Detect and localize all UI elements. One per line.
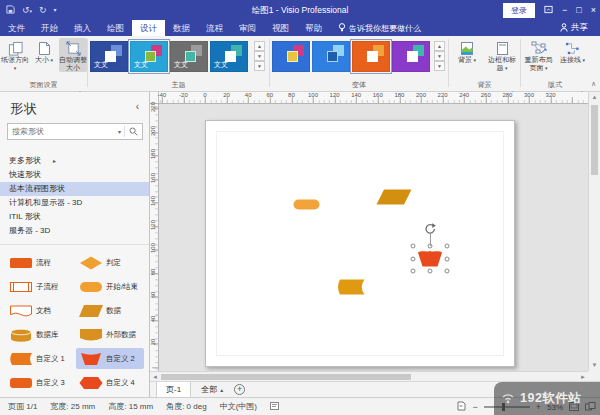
variant-thumbnail-4[interactable]	[392, 41, 430, 72]
stencil-tab-1[interactable]: 更多形状▸	[0, 154, 150, 168]
gallery-up-icon[interactable]: ▲	[254, 41, 265, 51]
shape-item-custom3[interactable]: 自定义 3	[6, 372, 74, 393]
theme-thumbnail-1[interactable]: 文文	[90, 41, 128, 72]
variant-thumbnail-3[interactable]	[352, 41, 390, 72]
gallery-up-icon[interactable]: ▲	[434, 41, 445, 51]
canvas-shape-parallelogram[interactable]	[376, 189, 412, 205]
shape-item-data[interactable]: 数据	[76, 300, 144, 321]
add-page-button[interactable]: +	[234, 384, 245, 395]
status-page[interactable]: 页面 1/1	[8, 401, 37, 412]
drawing-surface[interactable]	[159, 104, 588, 371]
vertical-scrollbar[interactable]: ▲ ▼	[588, 92, 600, 371]
shape-item-start-end[interactable]: 开始/结束	[76, 276, 144, 297]
chevron-down-icon[interactable]: ▾	[115, 128, 124, 135]
save-icon[interactable]	[6, 5, 15, 16]
drawing-page[interactable]	[205, 120, 515, 367]
search-icon[interactable]	[125, 127, 142, 136]
selection-handle[interactable]	[445, 244, 450, 249]
paper-orientation-button[interactable]: 纸张方向 ▾	[1, 38, 29, 72]
selection-handle[interactable]	[411, 244, 416, 249]
selection-handle[interactable]	[428, 269, 433, 274]
theme-thumbnail-4[interactable]: 文文	[210, 41, 248, 72]
signin-button[interactable]: 登录	[503, 3, 535, 18]
ribbon-tab-7[interactable]: 流程	[198, 20, 231, 36]
rotation-handle-icon[interactable]	[424, 221, 436, 239]
shape-item-custom4[interactable]: 自定义 4	[76, 372, 144, 393]
ribbon-tab-4[interactable]: 绘图	[99, 20, 132, 36]
stencil-tab-3[interactable]: 基本流程图形状	[0, 182, 150, 196]
ribbon-tab-3[interactable]: 插入	[66, 20, 99, 36]
shape-item-custom2[interactable]: 自定义 2	[76, 348, 144, 369]
stencil-tab-6[interactable]: 服务器 - 3D	[0, 224, 150, 238]
page-tab[interactable]: 页-1	[156, 382, 191, 397]
canvas-shape-stadium[interactable]	[293, 196, 320, 207]
relayout-button[interactable]: 重新布局页面 ▾	[522, 38, 555, 72]
collapse-ribbon-icon[interactable]: ∧	[591, 80, 596, 88]
page-size-button[interactable]: 大小 ▾	[30, 38, 58, 72]
close-icon[interactable]: ×	[591, 6, 596, 15]
dialog-launcher-icon[interactable]	[512, 83, 519, 90]
ribbon-tab-10[interactable]: 帮助	[297, 20, 330, 36]
stencil-tab-2[interactable]: 快速形状	[0, 168, 150, 182]
scroll-left-icon[interactable]: ◄	[150, 374, 160, 380]
scroll-down-icon[interactable]: ▼	[589, 360, 600, 371]
ribbon-tab-2[interactable]: 开始	[33, 20, 66, 36]
autosize-button[interactable]: 自动调整大小	[59, 38, 87, 72]
gallery-down-icon[interactable]: ▼	[434, 51, 445, 61]
scroll-right-icon[interactable]: ►	[578, 374, 588, 380]
ribbon-tab-6[interactable]: 数据	[165, 20, 198, 36]
scroll-up-icon[interactable]: ▲	[589, 92, 600, 103]
gallery-down-icon[interactable]: ▼	[254, 51, 265, 61]
maximize-icon[interactable]: □	[576, 6, 581, 15]
status-language[interactable]: 中文(中国)	[220, 401, 257, 412]
ribbon-display-options-icon[interactable]	[544, 5, 553, 16]
ribbon-tab-1[interactable]: 文件	[0, 20, 33, 36]
dialog-launcher-icon[interactable]	[79, 83, 86, 90]
shape-item-process[interactable]: 流程	[6, 252, 74, 273]
shapes-panel: 形状 ‹ ▾ 更多形状▸快速形状基本流程图形状计算机和显示器 - 3DITIL …	[0, 92, 150, 397]
gallery-more-icon[interactable]: ▼	[254, 61, 265, 71]
stencil-tab-4[interactable]: 计算机和显示器 - 3D	[0, 196, 150, 210]
canvas-shape-wave-rect[interactable]	[337, 279, 365, 295]
zoom-out-icon[interactable]: −	[472, 403, 477, 412]
theme-thumbnail-2[interactable]: 文文	[130, 41, 168, 72]
variant-thumbnail-2[interactable]	[312, 41, 350, 72]
layout-buttons: 重新布局页面 ▾连接线 ▾	[522, 38, 589, 72]
stencil-tab-5[interactable]: ITIL 形状	[0, 210, 150, 224]
redo-icon[interactable]: ↻	[39, 6, 47, 15]
ribbon-tab-8[interactable]: 审阅	[231, 20, 264, 36]
connectors-button[interactable]: 连接线 ▾	[556, 38, 589, 72]
shape-item-custom1[interactable]: 自定义 1	[6, 348, 74, 369]
selection-handle[interactable]	[445, 256, 450, 261]
dialog-launcher-icon[interactable]	[581, 83, 588, 90]
variant-thumbnail-1[interactable]	[272, 41, 310, 72]
collapse-panel-icon[interactable]: ‹	[136, 101, 139, 112]
horizontal-scroll-thumb[interactable]	[161, 374, 411, 380]
all-pages-button[interactable]: 全部 ▲	[201, 384, 224, 395]
minimize-icon[interactable]: −	[562, 6, 567, 15]
shape-item-decision[interactable]: 判定	[76, 252, 144, 273]
shape-item-database[interactable]: 数据库	[6, 324, 74, 345]
selection-handle[interactable]	[445, 269, 450, 274]
borders-titles-button[interactable]: 边框和标题 ▾	[485, 38, 519, 72]
selection-handle[interactable]	[411, 256, 416, 261]
shape-item-subprocess[interactable]: 子流程	[6, 276, 74, 297]
undo-icon[interactable]: ↺▾	[22, 6, 32, 15]
tell-me-box[interactable]: 告诉我你想要做什么	[330, 20, 429, 36]
spell-check-icon[interactable]	[270, 402, 279, 412]
share-button[interactable]: 共享	[548, 20, 600, 36]
horizontal-scrollbar[interactable]: ◄ ►	[150, 371, 588, 381]
background-button[interactable]: 背景 ▾	[450, 38, 484, 72]
shape-item-document[interactable]: 文档	[6, 300, 74, 321]
shape-item-external-data[interactable]: 外部数据	[76, 324, 144, 345]
ribbon-tab-5[interactable]: 设计	[132, 20, 165, 36]
ribbon-tab-9[interactable]: 视图	[264, 20, 297, 36]
visio-window: ↺▾ ↻ ▾ 绘图1 - Visio Professional 登录 − □ ×…	[0, 0, 600, 415]
customize-qat-icon[interactable]: ▾	[54, 7, 57, 13]
gallery-more-icon[interactable]: ▼	[434, 61, 445, 71]
theme-thumbnail-3[interactable]: 文文	[170, 41, 208, 72]
selection-handle[interactable]	[411, 269, 416, 274]
fit-page-icon[interactable]	[456, 401, 466, 413]
vertical-scroll-thumb[interactable]	[591, 105, 598, 175]
shape-search-input[interactable]	[8, 127, 115, 136]
